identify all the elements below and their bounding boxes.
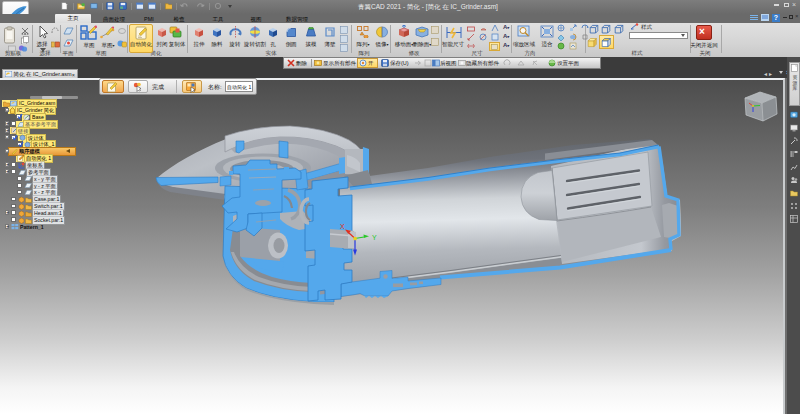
svg-text:Y: Y	[372, 234, 377, 241]
svg-text:X: X	[340, 223, 345, 230]
